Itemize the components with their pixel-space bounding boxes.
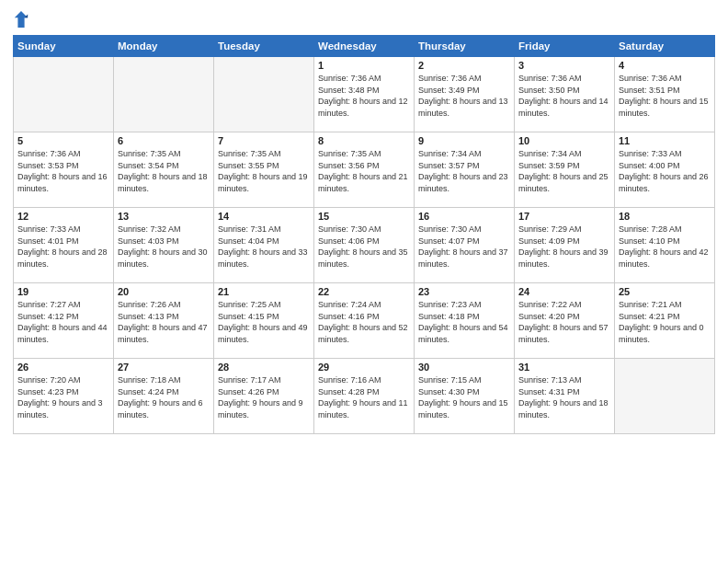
- day-info: Sunrise: 7:32 AM Sunset: 4:03 PM Dayligh…: [118, 224, 210, 270]
- day-info: Sunrise: 7:15 AM Sunset: 4:30 PM Dayligh…: [418, 374, 510, 420]
- calendar-day-cell: 15Sunrise: 7:30 AM Sunset: 4:06 PM Dayli…: [314, 208, 415, 283]
- day-number: 9: [418, 135, 510, 146]
- calendar-week-row: 12Sunrise: 7:33 AM Sunset: 4:01 PM Dayli…: [14, 208, 715, 283]
- day-info: Sunrise: 7:31 AM Sunset: 4:04 PM Dayligh…: [218, 224, 310, 270]
- logo-icon: [13, 9, 29, 29]
- day-info: Sunrise: 7:34 AM Sunset: 3:59 PM Dayligh…: [518, 148, 610, 194]
- day-info: Sunrise: 7:34 AM Sunset: 3:57 PM Dayligh…: [418, 148, 510, 194]
- calendar-day-cell: 28Sunrise: 7:17 AM Sunset: 4:26 PM Dayli…: [214, 359, 314, 434]
- day-number: 15: [318, 211, 410, 222]
- calendar-day-cell: 1Sunrise: 7:36 AM Sunset: 3:48 PM Daylig…: [314, 57, 415, 132]
- calendar-day-cell: 25Sunrise: 7:21 AM Sunset: 4:21 PM Dayli…: [615, 283, 715, 359]
- calendar-header-day: Saturday: [615, 36, 715, 57]
- calendar-day-cell: 4Sunrise: 7:36 AM Sunset: 3:51 PM Daylig…: [615, 57, 715, 132]
- calendar-day-cell: 26Sunrise: 7:20 AM Sunset: 4:23 PM Dayli…: [14, 359, 114, 434]
- calendar-header-day: Wednesday: [314, 36, 415, 57]
- day-number: 20: [118, 286, 210, 297]
- calendar-day-cell: 24Sunrise: 7:22 AM Sunset: 4:20 PM Dayli…: [515, 283, 615, 359]
- svg-marker-0: [15, 11, 28, 28]
- day-number: 11: [619, 135, 711, 146]
- day-number: 25: [619, 286, 711, 297]
- calendar-header-day: Tuesday: [214, 36, 314, 57]
- day-info: Sunrise: 7:26 AM Sunset: 4:13 PM Dayligh…: [118, 299, 210, 345]
- day-number: 8: [318, 135, 410, 146]
- calendar-day-cell: [214, 57, 314, 132]
- calendar-day-cell: 5Sunrise: 7:36 AM Sunset: 3:53 PM Daylig…: [14, 132, 114, 208]
- day-number: 24: [518, 286, 610, 297]
- day-info: Sunrise: 7:36 AM Sunset: 3:48 PM Dayligh…: [318, 73, 410, 119]
- day-number: 30: [418, 362, 510, 373]
- day-number: 17: [518, 211, 610, 222]
- day-number: 6: [118, 135, 210, 146]
- calendar-day-cell: 12Sunrise: 7:33 AM Sunset: 4:01 PM Dayli…: [14, 208, 114, 283]
- calendar-week-row: 1Sunrise: 7:36 AM Sunset: 3:48 PM Daylig…: [14, 57, 715, 132]
- day-number: 4: [619, 60, 711, 71]
- day-info: Sunrise: 7:21 AM Sunset: 4:21 PM Dayligh…: [619, 299, 711, 345]
- calendar-day-cell: 17Sunrise: 7:29 AM Sunset: 4:09 PM Dayli…: [515, 208, 615, 283]
- calendar-day-cell: 18Sunrise: 7:28 AM Sunset: 4:10 PM Dayli…: [615, 208, 715, 283]
- day-info: Sunrise: 7:35 AM Sunset: 3:55 PM Dayligh…: [218, 148, 310, 194]
- header: [13, 9, 715, 29]
- day-number: 18: [619, 211, 711, 222]
- day-info: Sunrise: 7:23 AM Sunset: 4:18 PM Dayligh…: [418, 299, 510, 345]
- calendar-day-cell: 14Sunrise: 7:31 AM Sunset: 4:04 PM Dayli…: [214, 208, 314, 283]
- day-info: Sunrise: 7:30 AM Sunset: 4:06 PM Dayligh…: [318, 224, 410, 270]
- calendar-header-day: Monday: [114, 36, 214, 57]
- calendar-day-cell: 21Sunrise: 7:25 AM Sunset: 4:15 PM Dayli…: [214, 283, 314, 359]
- day-info: Sunrise: 7:18 AM Sunset: 4:24 PM Dayligh…: [118, 374, 210, 420]
- day-info: Sunrise: 7:25 AM Sunset: 4:15 PM Dayligh…: [218, 299, 310, 345]
- day-info: Sunrise: 7:28 AM Sunset: 4:10 PM Dayligh…: [619, 224, 711, 270]
- day-info: Sunrise: 7:33 AM Sunset: 4:00 PM Dayligh…: [619, 148, 711, 194]
- day-number: 7: [218, 135, 310, 146]
- day-info: Sunrise: 7:36 AM Sunset: 3:50 PM Dayligh…: [518, 73, 610, 119]
- day-number: 19: [17, 286, 109, 297]
- calendar-day-cell: 23Sunrise: 7:23 AM Sunset: 4:18 PM Dayli…: [415, 283, 515, 359]
- calendar-header-day: Thursday: [415, 36, 515, 57]
- day-number: 10: [518, 135, 610, 146]
- calendar-header-day: Friday: [515, 36, 615, 57]
- day-number: 3: [518, 60, 610, 71]
- day-number: 16: [418, 211, 510, 222]
- day-info: Sunrise: 7:22 AM Sunset: 4:20 PM Dayligh…: [518, 299, 610, 345]
- day-number: 29: [318, 362, 410, 373]
- day-info: Sunrise: 7:36 AM Sunset: 3:51 PM Dayligh…: [619, 73, 711, 119]
- calendar-day-cell: 30Sunrise: 7:15 AM Sunset: 4:30 PM Dayli…: [415, 359, 515, 434]
- logo: [13, 9, 31, 29]
- day-number: 28: [218, 362, 310, 373]
- day-number: 2: [418, 60, 510, 71]
- calendar-day-cell: 19Sunrise: 7:27 AM Sunset: 4:12 PM Dayli…: [14, 283, 114, 359]
- calendar-day-cell: 13Sunrise: 7:32 AM Sunset: 4:03 PM Dayli…: [114, 208, 214, 283]
- day-number: 12: [17, 211, 109, 222]
- day-info: Sunrise: 7:35 AM Sunset: 3:54 PM Dayligh…: [118, 148, 210, 194]
- calendar-day-cell: [114, 57, 214, 132]
- calendar-day-cell: 11Sunrise: 7:33 AM Sunset: 4:00 PM Dayli…: [615, 132, 715, 208]
- calendar-week-row: 26Sunrise: 7:20 AM Sunset: 4:23 PM Dayli…: [14, 359, 715, 434]
- day-info: Sunrise: 7:35 AM Sunset: 3:56 PM Dayligh…: [318, 148, 410, 194]
- calendar-header-day: Sunday: [14, 36, 114, 57]
- calendar-day-cell: 22Sunrise: 7:24 AM Sunset: 4:16 PM Dayli…: [314, 283, 415, 359]
- day-info: Sunrise: 7:30 AM Sunset: 4:07 PM Dayligh…: [418, 224, 510, 270]
- day-info: Sunrise: 7:24 AM Sunset: 4:16 PM Dayligh…: [318, 299, 410, 345]
- day-info: Sunrise: 7:33 AM Sunset: 4:01 PM Dayligh…: [17, 224, 109, 270]
- calendar-day-cell: 6Sunrise: 7:35 AM Sunset: 3:54 PM Daylig…: [114, 132, 214, 208]
- day-info: Sunrise: 7:16 AM Sunset: 4:28 PM Dayligh…: [318, 374, 410, 420]
- calendar-body: 1Sunrise: 7:36 AM Sunset: 3:48 PM Daylig…: [14, 57, 715, 434]
- calendar-table: SundayMondayTuesdayWednesdayThursdayFrid…: [13, 35, 715, 434]
- day-info: Sunrise: 7:36 AM Sunset: 3:49 PM Dayligh…: [418, 73, 510, 119]
- calendar-day-cell: 3Sunrise: 7:36 AM Sunset: 3:50 PM Daylig…: [515, 57, 615, 132]
- calendar-day-cell: [14, 57, 114, 132]
- calendar-day-cell: 9Sunrise: 7:34 AM Sunset: 3:57 PM Daylig…: [415, 132, 515, 208]
- day-number: 5: [17, 135, 109, 146]
- calendar-day-cell: 27Sunrise: 7:18 AM Sunset: 4:24 PM Dayli…: [114, 359, 214, 434]
- day-number: 1: [318, 60, 410, 71]
- day-number: 26: [17, 362, 109, 373]
- day-info: Sunrise: 7:29 AM Sunset: 4:09 PM Dayligh…: [518, 224, 610, 270]
- day-number: 23: [418, 286, 510, 297]
- day-number: 21: [218, 286, 310, 297]
- day-info: Sunrise: 7:27 AM Sunset: 4:12 PM Dayligh…: [17, 299, 109, 345]
- day-info: Sunrise: 7:13 AM Sunset: 4:31 PM Dayligh…: [518, 374, 610, 420]
- day-info: Sunrise: 7:20 AM Sunset: 4:23 PM Dayligh…: [17, 374, 109, 420]
- calendar-header-row: SundayMondayTuesdayWednesdayThursdayFrid…: [14, 36, 715, 57]
- calendar-day-cell: 29Sunrise: 7:16 AM Sunset: 4:28 PM Dayli…: [314, 359, 415, 434]
- day-info: Sunrise: 7:36 AM Sunset: 3:53 PM Dayligh…: [17, 148, 109, 194]
